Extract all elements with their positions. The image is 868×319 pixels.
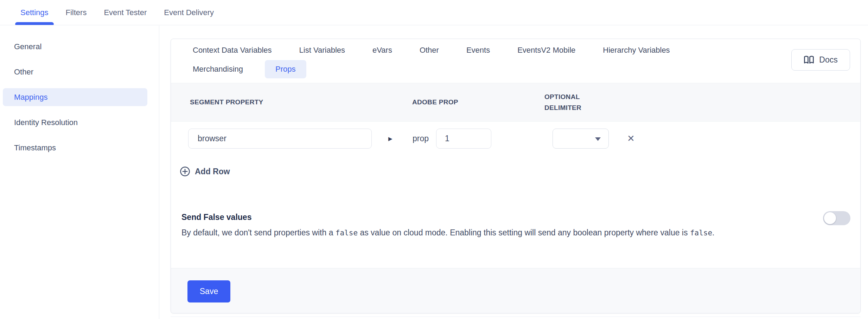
column-header-segment-property: SEGMENT PROPERTY bbox=[190, 98, 263, 106]
remove-row-button[interactable]: ✕ bbox=[624, 129, 638, 149]
send-false-section: Send False values By default, we don't s… bbox=[181, 213, 790, 240]
row-arrow-icon[interactable]: ▸ bbox=[388, 129, 392, 149]
top-nav: Settings Filters Event Tester Event Deli… bbox=[0, 0, 868, 25]
description-text: By default, we don't send properties wit… bbox=[181, 228, 336, 237]
tab-list-variables[interactable]: List Variables bbox=[294, 43, 351, 58]
nav-tab-event-tester[interactable]: Event Tester bbox=[104, 0, 147, 25]
send-false-description: By default, we don't send properties wit… bbox=[181, 226, 790, 240]
settings-sidebar: General Other Mappings Identity Resoluti… bbox=[0, 26, 159, 319]
nav-tab-settings[interactable]: Settings bbox=[20, 0, 49, 25]
save-button[interactable]: Save bbox=[187, 280, 230, 302]
plus-circle-icon bbox=[180, 166, 190, 177]
code-false: false bbox=[690, 229, 712, 237]
column-header-adobe-prop: ADOBE PROP bbox=[412, 98, 458, 106]
sidebar-item-general[interactable]: General bbox=[0, 38, 159, 56]
panel-footer: Save bbox=[171, 268, 860, 313]
description-text: . bbox=[712, 228, 714, 237]
adobe-prop-prefix-label: prop bbox=[413, 129, 429, 149]
nav-tab-label: Filters bbox=[66, 8, 87, 17]
nav-tab-label: Settings bbox=[20, 8, 49, 17]
code-false: false bbox=[336, 229, 358, 237]
tab-eventsv2-mobile[interactable]: EventsV2 Mobile bbox=[512, 43, 581, 58]
add-row-button[interactable]: Add Row bbox=[180, 166, 230, 177]
sidebar-item-mappings[interactable]: Mappings bbox=[3, 88, 147, 106]
nav-tab-filters[interactable]: Filters bbox=[66, 0, 87, 25]
sidebar-item-identity-resolution[interactable]: Identity Resolution bbox=[0, 113, 159, 131]
adobe-prop-number-input[interactable] bbox=[436, 129, 491, 149]
column-header-optional-delimiter: OPTIONAL DELIMITER bbox=[544, 91, 606, 113]
sidebar-item-other[interactable]: Other bbox=[0, 63, 159, 81]
docs-button[interactable]: Docs bbox=[791, 49, 850, 71]
open-book-icon bbox=[804, 55, 814, 65]
docs-button-label: Docs bbox=[819, 55, 837, 65]
add-row-label: Add Row bbox=[195, 167, 230, 176]
mappings-panel: Context Data Variables List Variables eV… bbox=[171, 39, 861, 313]
tab-context-data-variables[interactable]: Context Data Variables bbox=[187, 43, 277, 58]
tab-merchandising[interactable]: Merchandising bbox=[187, 61, 249, 77]
nav-tab-label: Event Delivery bbox=[164, 8, 214, 17]
below-card-divider bbox=[171, 317, 861, 317]
tab-evars[interactable]: eVars bbox=[367, 43, 398, 58]
tab-events[interactable]: Events bbox=[461, 43, 496, 58]
variable-type-tabs: Context Data Variables List Variables eV… bbox=[187, 43, 736, 78]
send-false-title: Send False values bbox=[181, 213, 790, 222]
chevron-down-icon bbox=[595, 137, 601, 141]
send-false-toggle[interactable] bbox=[823, 211, 850, 225]
segment-property-input[interactable] bbox=[188, 129, 372, 149]
tab-other[interactable]: Other bbox=[414, 43, 445, 58]
optional-delimiter-select[interactable] bbox=[553, 129, 609, 149]
tab-props[interactable]: Props bbox=[265, 60, 306, 78]
active-tab-underline bbox=[15, 22, 54, 25]
nav-tab-event-delivery[interactable]: Event Delivery bbox=[164, 0, 214, 25]
nav-tab-label: Event Tester bbox=[104, 8, 147, 17]
toggle-knob bbox=[824, 212, 836, 224]
tab-hierarchy-variables[interactable]: Hierarchy Variables bbox=[597, 43, 675, 58]
mapping-table-header: SEGMENT PROPERTY ADOBE PROP OPTIONAL DEL… bbox=[171, 83, 860, 122]
description-text: as value on cloud mode. Enabling this se… bbox=[358, 228, 690, 237]
sidebar-item-timestamps[interactable]: Timestamps bbox=[0, 139, 159, 157]
